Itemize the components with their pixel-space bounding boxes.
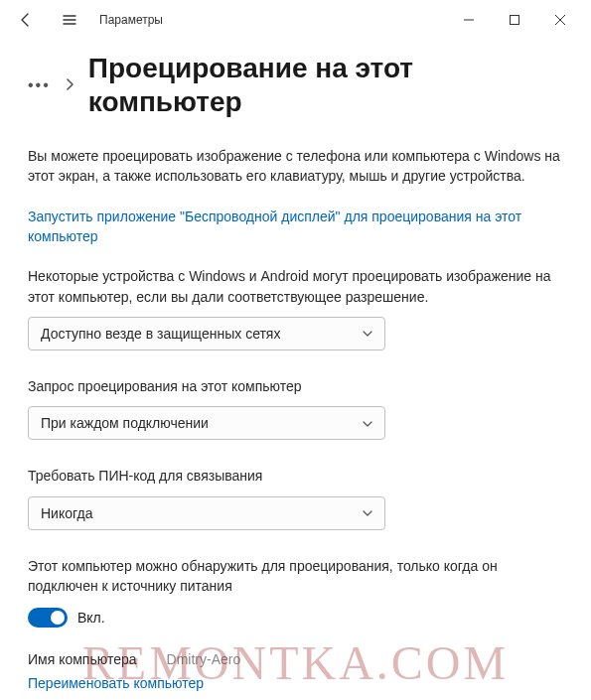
svg-rect-0: [511, 16, 519, 25]
breadcrumb-ellipsis-icon[interactable]: •••: [28, 76, 51, 94]
chevron-down-icon: [363, 328, 372, 339]
availability-label: Некоторые устройства с Windows и Android…: [28, 266, 563, 307]
chevron-down-icon: [363, 507, 372, 518]
intro-text: Вы можете проецировать изображение с тел…: [28, 146, 563, 187]
ask-to-project-dropdown[interactable]: При каждом подключении: [28, 406, 385, 440]
require-pin-value: Никогда: [41, 505, 92, 521]
discover-toggle[interactable]: [28, 608, 68, 628]
menu-button[interactable]: [52, 2, 87, 38]
content-area: ••• Проецирование на этот компьютер Вы м…: [0, 52, 591, 693]
pc-name-value: Dmitry-Aero: [167, 651, 241, 667]
discover-toggle-state: Вкл.: [77, 610, 105, 626]
launch-wireless-display-link[interactable]: Запустить приложение "Беспроводной диспл…: [28, 207, 563, 247]
rename-pc-link[interactable]: Переименовать компьютер: [28, 673, 563, 693]
close-button[interactable]: [537, 4, 583, 36]
titlebar: Параметры: [0, 0, 591, 40]
availability-value: Доступно везде в защищенных сетях: [41, 326, 280, 342]
ask-to-project-value: При каждом подключении: [41, 415, 209, 431]
ask-to-project-label: Запрос проецирования на этот компьютер: [28, 376, 563, 396]
require-pin-dropdown[interactable]: Никогда: [28, 496, 385, 530]
availability-dropdown[interactable]: Доступно везде в защищенных сетях: [28, 317, 385, 350]
chevron-right-icon: [65, 77, 74, 93]
discover-label: Этот компьютер можно обнаружить для прое…: [28, 556, 563, 597]
breadcrumb: ••• Проецирование на этот компьютер: [28, 52, 563, 118]
chevron-down-icon: [363, 418, 372, 429]
require-pin-label: Требовать ПИН-код для связывания: [28, 466, 563, 486]
window-title: Параметры: [99, 13, 163, 27]
back-button[interactable]: [8, 2, 44, 38]
maximize-button[interactable]: [492, 4, 537, 36]
pc-name-label: Имя компьютера: [28, 651, 137, 667]
page-title: Проецирование на этот компьютер: [88, 52, 563, 118]
minimize-button[interactable]: [446, 4, 492, 36]
